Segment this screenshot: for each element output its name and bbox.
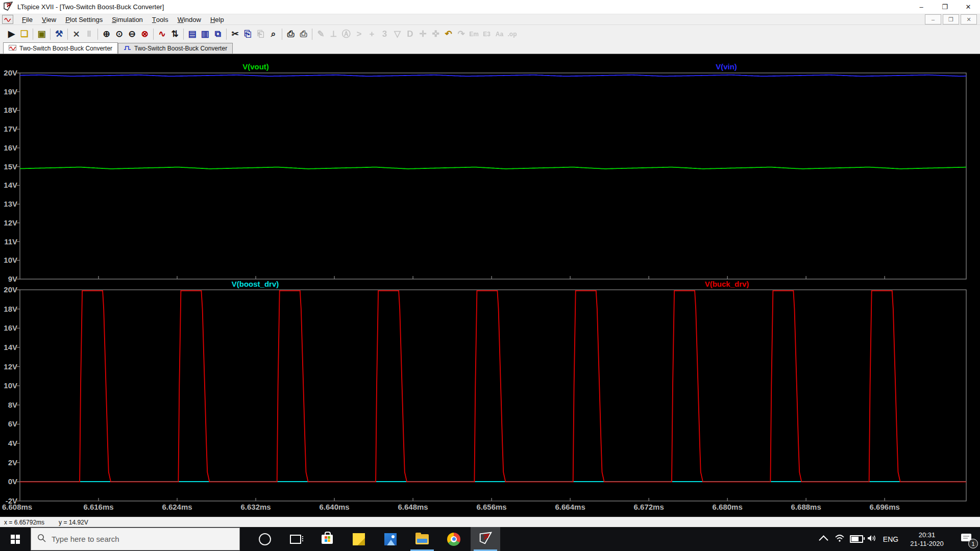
toolbar-separator (67, 29, 68, 40)
axis-tick-label: 18V (0, 305, 17, 313)
axis-tick-label: 6V (0, 420, 17, 428)
copy-icon[interactable]: ⎘ (241, 28, 254, 41)
app-chrome-button[interactable] (439, 527, 469, 551)
tile-horizontal-icon[interactable]: ▥ (199, 28, 211, 41)
task-view-icon (290, 535, 301, 544)
close-button[interactable]: ✕ (957, 0, 980, 14)
control-panel-hammer-icon[interactable]: ⚒ (53, 28, 65, 41)
app-sticky-notes-button[interactable] (344, 527, 374, 551)
autorange-icon[interactable]: ∿ (156, 28, 168, 41)
axis-tick-label: 19V (0, 88, 17, 96)
child-minimize-button[interactable]: – (925, 14, 941, 24)
axis-tick-label: 6.640ms (311, 503, 357, 511)
file-explorer-icon (415, 534, 429, 544)
status-bar: x = 6.65792ms y = 14.92V (0, 517, 980, 527)
axis-tick-label: 2V (0, 459, 17, 467)
language-indicator[interactable]: ENG (880, 527, 901, 551)
cascade-windows-icon[interactable]: ⧉ (211, 28, 224, 41)
schematic-tab-icon (124, 45, 131, 52)
tab-schematic[interactable]: Two-Switch Boost-Buck Converter (118, 43, 233, 54)
trace-title-buck-drv[interactable]: V(buck_drv) (676, 280, 778, 289)
zoom-in-icon[interactable]: ⊕ (100, 28, 113, 41)
zoom-out-icon[interactable]: ⊖ (126, 28, 138, 41)
task-view-button[interactable] (281, 527, 310, 551)
axis-tick-label: 13V (0, 200, 17, 208)
action-center-button[interactable]: 1 (953, 527, 979, 551)
axis-tick-label: 16V (0, 144, 17, 152)
halt-icon: ‖ (83, 28, 95, 41)
sticky-notes-icon (353, 533, 365, 545)
wifi-icon (835, 534, 845, 544)
chrome-icon (447, 533, 460, 546)
ltspice-taskbar-icon (479, 531, 493, 547)
run-icon[interactable]: ▶ (5, 28, 18, 41)
menu-window[interactable]: Window (173, 14, 206, 24)
waveform-plot-area[interactable]: V(vout) V(vin) V(boost_drv) V(buck_drv) … (0, 54, 980, 517)
child-close-button[interactable]: ✕ (961, 14, 977, 24)
rotate-icon: E3 (480, 28, 493, 41)
edit-tools-icon[interactable]: ⨯ (70, 28, 83, 41)
zoom-extents-icon[interactable]: ⊗ (138, 28, 151, 41)
menu-tools[interactable]: Tools (148, 14, 173, 24)
minimize-button[interactable]: – (910, 0, 933, 14)
app-photos-button[interactable] (376, 527, 405, 551)
print-preview-icon[interactable]: ⎙ (297, 28, 310, 41)
battery-button[interactable] (848, 527, 865, 551)
resistor-icon: > (353, 28, 365, 41)
tab-waveform-viewer[interactable]: Two-Switch Boost-Buck Converter (3, 42, 118, 54)
axis-tick-label: 18V (0, 106, 17, 114)
ground-icon: ⟂ (327, 28, 340, 41)
wifi-button[interactable] (832, 527, 847, 551)
print-icon[interactable]: ⎙ (284, 28, 297, 41)
find-icon[interactable]: ⌕ (267, 28, 280, 41)
tab-label: Two-Switch Boost-Buck Converter (19, 45, 112, 52)
menu-plot-settings[interactable]: Plot Settings (61, 14, 107, 24)
menu-view[interactable]: View (37, 14, 61, 24)
redo-icon: ↷ (455, 28, 468, 41)
menu-file[interactable]: File (17, 14, 37, 24)
app-ltspice-button[interactable] (471, 527, 500, 551)
microsoft-store-icon (322, 535, 333, 544)
drag-icon: ✜ (429, 28, 442, 41)
axis-tick-label: 14V (0, 343, 17, 352)
taskbar-search-input[interactable]: Type here to search (31, 528, 240, 550)
menu-help[interactable]: Help (206, 14, 229, 24)
start-button[interactable] (0, 527, 31, 551)
menu-simulation[interactable]: Simulation (107, 14, 148, 24)
spice-directive-icon: .op (506, 28, 519, 41)
axis-tick-label: 12V (0, 219, 17, 227)
open-folder-icon[interactable]: ❏ (18, 28, 31, 41)
app-file-explorer-button[interactable] (407, 527, 437, 551)
notification-badge: 1 (968, 539, 978, 548)
restore-button[interactable]: ❐ (933, 0, 957, 14)
axis-tick-label: 9V (0, 275, 17, 283)
autoscale-y-icon[interactable]: ⇅ (168, 28, 181, 41)
title-bar: LTspice XVII - [Two-Switch Boost-Buck Co… (0, 0, 980, 14)
save-icon[interactable]: ▣ (35, 28, 48, 41)
axis-tick-label: 11V (0, 238, 17, 246)
waveform-canvas[interactable] (0, 54, 980, 517)
child-restore-button[interactable]: ❐ (943, 14, 959, 24)
tray-expand-button[interactable] (816, 527, 831, 551)
volume-button[interactable] (865, 527, 880, 551)
trace-title-vout[interactable]: V(vout) (205, 62, 307, 71)
tab-label: Two-Switch Boost-Buck Converter (134, 45, 227, 52)
zoom-pan-icon[interactable]: ⊙ (113, 28, 126, 41)
undo-icon[interactable]: ↶ (442, 28, 455, 41)
paste-icon: ⎗ (254, 28, 267, 41)
axis-tick-label: 4V (0, 439, 17, 447)
trace-title-boost-drv[interactable]: V(boost_drv) (204, 280, 306, 289)
toolbar-separator (50, 29, 51, 40)
axis-tick-label: 14V (0, 181, 17, 189)
draw-wire-icon: ✎ (314, 28, 327, 41)
cortana-button[interactable] (250, 527, 280, 551)
search-placeholder: Type here to search (52, 535, 119, 543)
app-store-button[interactable] (312, 527, 342, 551)
clock[interactable]: 20:31 21-11-2020 (901, 527, 952, 551)
tile-vertical-icon[interactable]: ▤ (186, 28, 199, 41)
axis-tick-label: 20V (0, 69, 17, 77)
cut-icon[interactable]: ✂ (229, 28, 241, 41)
axis-tick-label: 20V (0, 286, 17, 294)
windows-logo-icon (11, 535, 20, 544)
trace-title-vin[interactable]: V(vin) (675, 62, 777, 71)
